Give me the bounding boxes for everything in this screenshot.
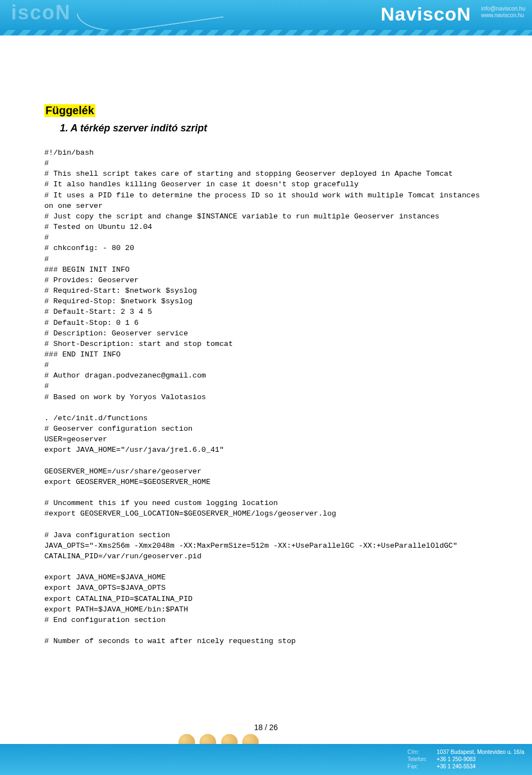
footer-fax-value: +36 1 240-5534	[437, 763, 475, 769]
footer-tel-value: +36 1 250-9083	[437, 756, 475, 762]
footer-tel-row: Telefon: +36 1 250-9083	[407, 756, 524, 763]
footer-fax-label: Fax:	[407, 763, 435, 770]
page: iscoN NaviscoN info@naviscon.hu www.navi…	[0, 0, 532, 775]
brand-text: NaviscoN	[381, 3, 471, 24]
footer-fax-row: Fax: +36 1 240-5534	[407, 763, 524, 770]
footer-addr-row: Cím: 1037 Budapest, Montevideo u. 16/a	[407, 748, 524, 756]
header-contact: info@naviscon.hu www.naviscon.hu	[481, 6, 525, 19]
content-area: Függelék 1. A térkép szerver inditó szri…	[0, 32, 532, 646]
header-bar: iscoN NaviscoN info@naviscon.hu www.navi…	[0, 0, 532, 32]
footer-addr-value: 1037 Budapest, Montevideo u. 16/a	[437, 749, 524, 755]
header-deco-text: iscoN	[11, 1, 71, 24]
section-title: Függelék	[44, 104, 95, 117]
footer-bar: Cím: 1037 Budapest, Montevideo u. 16/a T…	[0, 744, 532, 775]
header-email: info@naviscon.hu	[481, 6, 525, 12]
header-url: www.naviscon.hu	[481, 12, 525, 19]
header-deco-curve	[76, 0, 224, 38]
footer-contact: Cím: 1037 Budapest, Montevideo u. 16/a T…	[407, 748, 524, 770]
script-code-block: #!/bin/bash # # This shell script takes …	[44, 147, 488, 646]
footer-tel-label: Telefon:	[407, 756, 435, 763]
page-number: 18 / 26	[0, 723, 532, 732]
footer-addr-label: Cím:	[407, 748, 435, 756]
brand-logo: NaviscoN	[381, 3, 471, 25]
subsection-title: 1. A térkép szerver inditó szript	[60, 123, 488, 134]
